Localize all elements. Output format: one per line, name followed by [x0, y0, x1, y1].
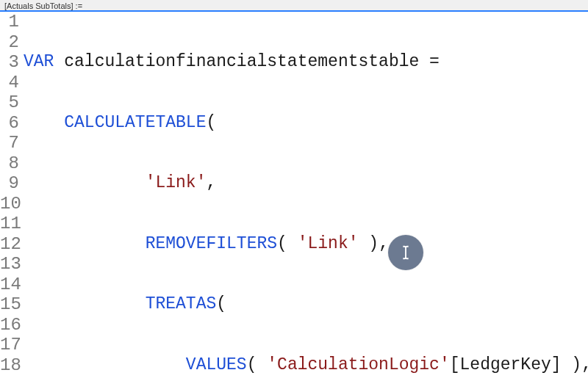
column-ref: [LedgerKey]	[450, 355, 562, 374]
identifier: calculationfinancialstatementstable	[54, 52, 429, 71]
line-number: 12	[0, 234, 19, 255]
function-values: VALUES	[186, 355, 247, 374]
table-literal: 'CalculationLogic'	[267, 355, 449, 374]
line-number: 3	[0, 52, 19, 73]
line-number: 1	[0, 12, 19, 32]
code-line[interactable]: TREATAS(	[24, 294, 588, 315]
line-number: 5	[0, 92, 19, 113]
line-number: 4	[0, 73, 19, 93]
line-number: 15	[0, 294, 19, 315]
line-number: 13	[0, 254, 19, 275]
line-number: 8	[0, 153, 19, 174]
line-number: 9	[0, 173, 19, 194]
line-number: 6	[0, 113, 19, 134]
line-number: 17	[0, 335, 19, 355]
function-treatas: TREATAS	[146, 294, 217, 313]
code-line[interactable]: VALUES( 'CalculationLogic'[LedgerKey] ),	[24, 355, 588, 376]
function-calculatetable: CALCULATETABLE	[64, 113, 206, 132]
code-line[interactable]: VAR calculationfinancialstatementstable …	[24, 52, 588, 73]
line-number: 14	[0, 275, 19, 295]
line-number: 16	[0, 315, 19, 335]
line-gutter: 1 2 3 4 5 6 7 8 9 10 11 12 13 14 15 16 1…	[0, 12, 24, 381]
code-line[interactable]: REMOVEFILTERS( 'Link' ),	[24, 234, 588, 255]
keyword-var: VAR	[24, 52, 54, 71]
table-literal: 'Link'	[298, 234, 359, 253]
code-line[interactable]: CALCULATETABLE(	[24, 113, 588, 134]
title-bar-text: [Actuals SubTotals] :=	[4, 1, 82, 10]
code-editor[interactable]: 1 2 3 4 5 6 7 8 9 10 11 12 13 14 15 16 1…	[0, 12, 588, 381]
code-area[interactable]: VAR calculationfinancialstatementstable …	[24, 12, 588, 381]
line-number: 10	[0, 194, 19, 214]
function-removefilters: REMOVEFILTERS	[146, 234, 277, 253]
line-number: 2	[0, 32, 19, 53]
operator-eq: =	[429, 52, 440, 71]
table-literal: 'Link'	[146, 173, 207, 192]
code-line[interactable]: 'Link',	[24, 173, 588, 194]
line-number: 11	[0, 214, 19, 234]
line-number: 18	[0, 355, 19, 376]
title-bar: [Actuals SubTotals] :=	[0, 0, 588, 12]
text-cursor-annotation-icon	[388, 235, 423, 270]
line-number: 7	[0, 133, 19, 153]
